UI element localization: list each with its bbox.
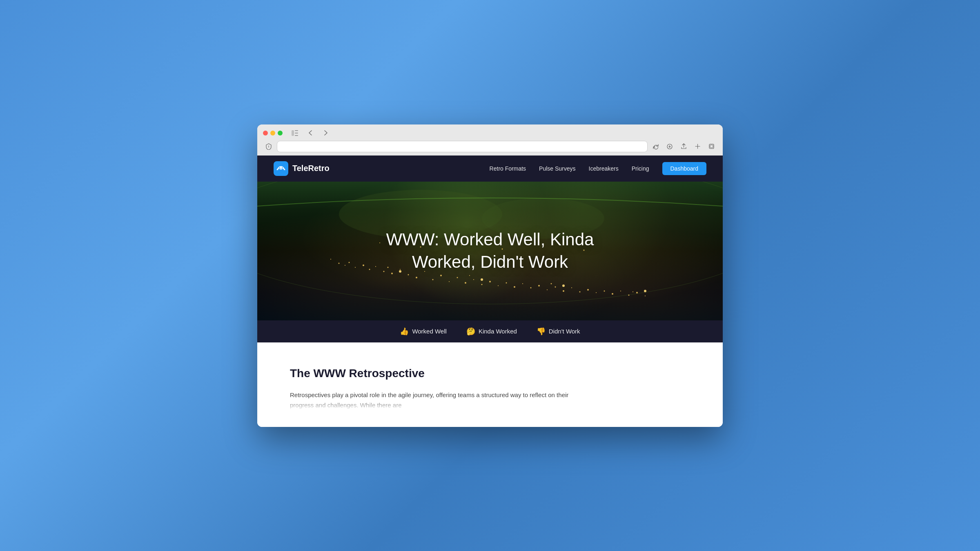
nav-retro-formats[interactable]: Retro Formats bbox=[490, 165, 526, 172]
svg-point-13 bbox=[345, 265, 345, 266]
tab-didnt-work[interactable]: 👎 Didn't Work bbox=[537, 327, 580, 336]
svg-point-16 bbox=[363, 264, 364, 266]
svg-point-64 bbox=[481, 278, 483, 281]
svg-point-54 bbox=[469, 275, 470, 276]
svg-point-55 bbox=[551, 283, 552, 284]
hero-title: WWW: Worked Well, Kinda Worked, Didn't W… bbox=[386, 229, 594, 273]
svg-point-56 bbox=[633, 291, 633, 292]
svg-point-17 bbox=[369, 269, 370, 270]
svg-point-19 bbox=[383, 271, 385, 272]
content-section: The WWW Retrospective Retrospectives pla… bbox=[257, 342, 723, 427]
svg-point-36 bbox=[522, 283, 523, 284]
svg-point-39 bbox=[547, 289, 548, 290]
browser-window: TeleRetro Retro Formats Pulse Surveys Ic… bbox=[257, 124, 723, 427]
svg-point-42 bbox=[571, 287, 572, 288]
svg-point-27 bbox=[449, 281, 450, 282]
website-content: TeleRetro Retro Formats Pulse Surveys Ic… bbox=[257, 156, 723, 427]
svg-point-66 bbox=[644, 290, 646, 292]
svg-point-14 bbox=[349, 262, 350, 263]
hero-section: WWW: Worked Well, Kinda Worked, Didn't W… bbox=[257, 182, 723, 320]
svg-point-32 bbox=[489, 281, 491, 282]
content-text: Retrospectives play a pivotal role in th… bbox=[290, 390, 576, 411]
svg-point-57 bbox=[379, 242, 380, 243]
svg-point-45 bbox=[596, 292, 597, 293]
sidebar-toggle-button[interactable] bbox=[289, 129, 301, 138]
tabs-bar: 👍 Worked Well 🤔 Kinda Worked 👎 Didn't Wo… bbox=[257, 320, 723, 342]
dashboard-button[interactable]: Dashboard bbox=[662, 162, 707, 175]
tab-worked-well[interactable]: 👍 Worked Well bbox=[400, 327, 446, 336]
svg-point-44 bbox=[587, 289, 589, 291]
close-button[interactable] bbox=[263, 131, 268, 136]
forward-button[interactable] bbox=[320, 129, 332, 138]
svg-point-41 bbox=[563, 290, 564, 292]
svg-point-46 bbox=[604, 290, 605, 291]
refresh-button[interactable] bbox=[650, 142, 662, 151]
svg-point-52 bbox=[330, 259, 331, 260]
back-button[interactable] bbox=[305, 129, 316, 138]
svg-point-26 bbox=[440, 275, 442, 276]
nav-icebreakers[interactable]: Icebreakers bbox=[589, 165, 619, 172]
svg-point-50 bbox=[636, 292, 638, 293]
traffic-lights bbox=[263, 131, 283, 136]
tab-kinda-worked-label: Kinda Worked bbox=[479, 328, 517, 335]
shield-icon[interactable] bbox=[263, 142, 274, 151]
titlebar bbox=[263, 129, 717, 138]
tab-didnt-work-label: Didn't Work bbox=[549, 328, 580, 335]
svg-point-34 bbox=[506, 282, 507, 283]
svg-point-23 bbox=[416, 277, 417, 278]
hero-title-line1: WWW: Worked Well, Kinda bbox=[386, 229, 594, 251]
download-button[interactable] bbox=[664, 142, 675, 151]
logo[interactable]: TeleRetro bbox=[274, 161, 330, 176]
svg-rect-0 bbox=[292, 130, 294, 136]
svg-point-30 bbox=[473, 279, 474, 280]
svg-rect-2 bbox=[295, 133, 298, 133]
svg-rect-1 bbox=[295, 130, 298, 131]
share-button[interactable] bbox=[678, 142, 689, 151]
logo-icon bbox=[274, 161, 288, 176]
nav-pricing[interactable]: Pricing bbox=[632, 165, 649, 172]
nav-links: Retro Formats Pulse Surveys Icebreakers … bbox=[490, 162, 706, 175]
svg-rect-7 bbox=[710, 145, 713, 148]
minimize-button[interactable] bbox=[270, 131, 275, 136]
logo-text: TeleRetro bbox=[292, 164, 330, 173]
svg-rect-3 bbox=[295, 135, 298, 136]
svg-point-29 bbox=[465, 282, 466, 284]
tab-kinda-worked[interactable]: 🤔 Kinda Worked bbox=[466, 327, 517, 336]
svg-point-38 bbox=[538, 285, 540, 287]
navbar: TeleRetro Retro Formats Pulse Surveys Ic… bbox=[257, 156, 723, 182]
hero-title-line2: Worked, Didn't Work bbox=[386, 251, 594, 273]
svg-point-15 bbox=[355, 267, 356, 268]
svg-point-25 bbox=[432, 279, 434, 280]
svg-point-8 bbox=[280, 167, 282, 169]
svg-point-47 bbox=[612, 293, 613, 295]
tabs-overview-button[interactable] bbox=[706, 142, 717, 151]
tab-worked-well-label: Worked Well bbox=[412, 328, 446, 335]
svg-point-31 bbox=[481, 284, 483, 285]
address-bar[interactable] bbox=[277, 141, 648, 152]
worked-well-emoji: 👍 bbox=[400, 327, 409, 336]
didnt-work-emoji: 👎 bbox=[537, 327, 546, 336]
svg-point-4 bbox=[268, 147, 269, 147]
svg-point-12 bbox=[339, 262, 340, 264]
address-bar-row bbox=[263, 141, 717, 156]
svg-point-28 bbox=[457, 277, 458, 278]
content-text-container: Retrospectives play a pivotal role in th… bbox=[290, 390, 690, 411]
kinda-worked-emoji: 🤔 bbox=[466, 327, 475, 336]
svg-point-65 bbox=[562, 284, 565, 287]
svg-point-51 bbox=[645, 295, 646, 296]
svg-point-35 bbox=[514, 286, 515, 288]
svg-point-22 bbox=[408, 274, 409, 275]
browser-chrome bbox=[257, 124, 723, 156]
svg-point-43 bbox=[579, 291, 581, 292]
maximize-button[interactable] bbox=[278, 131, 283, 136]
svg-point-48 bbox=[620, 291, 621, 291]
content-title: The WWW Retrospective bbox=[290, 367, 690, 380]
svg-point-37 bbox=[530, 287, 532, 288]
new-tab-button[interactable] bbox=[692, 142, 703, 151]
svg-point-40 bbox=[555, 286, 556, 287]
nav-pulse-surveys[interactable]: Pulse Surveys bbox=[539, 165, 575, 172]
svg-point-18 bbox=[375, 266, 376, 267]
svg-point-33 bbox=[498, 285, 499, 286]
svg-point-49 bbox=[628, 294, 630, 295]
